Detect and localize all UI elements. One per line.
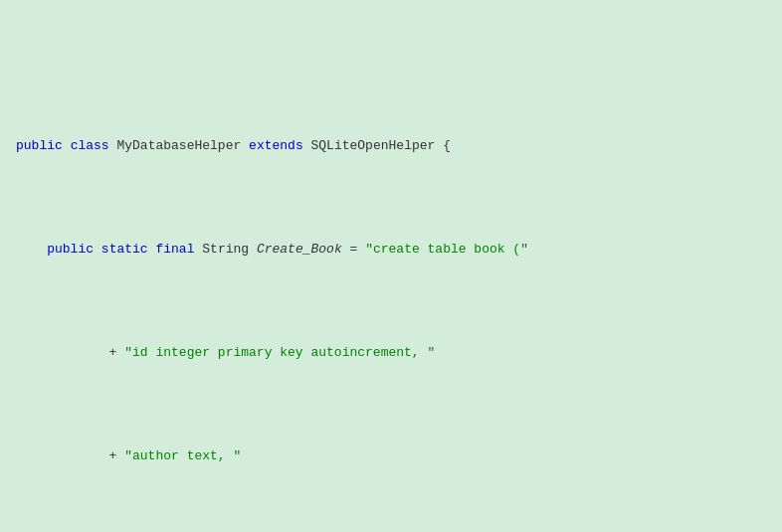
string-literal: "create table book (" [365, 242, 528, 257]
keyword: static [101, 242, 148, 257]
code-line-2: public static final String Create_Book =… [16, 240, 766, 261]
code-block: public class MyDatabaseHelper extends SQ… [16, 54, 766, 532]
keyword: public [47, 242, 94, 257]
keyword: public [16, 138, 63, 153]
string-literal: "id integer primary key autoincrement, " [124, 345, 435, 360]
class-name: MyDatabaseHelper [116, 138, 241, 153]
code-editor: public class MyDatabaseHelper extends SQ… [0, 0, 782, 532]
code-line-1: public class MyDatabaseHelper extends SQ… [16, 136, 766, 157]
code-line-4: + "author text, " [16, 446, 766, 467]
class-ref: SQLiteOpenHelper { [311, 138, 451, 153]
keyword: final [155, 242, 194, 257]
code-line-3: + "id integer primary key autoincrement,… [16, 343, 766, 364]
var-name: Create_Book [257, 242, 342, 257]
keyword: extends [249, 138, 303, 153]
string-literal: "author text, " [124, 448, 241, 463]
keyword: class [71, 138, 109, 153]
